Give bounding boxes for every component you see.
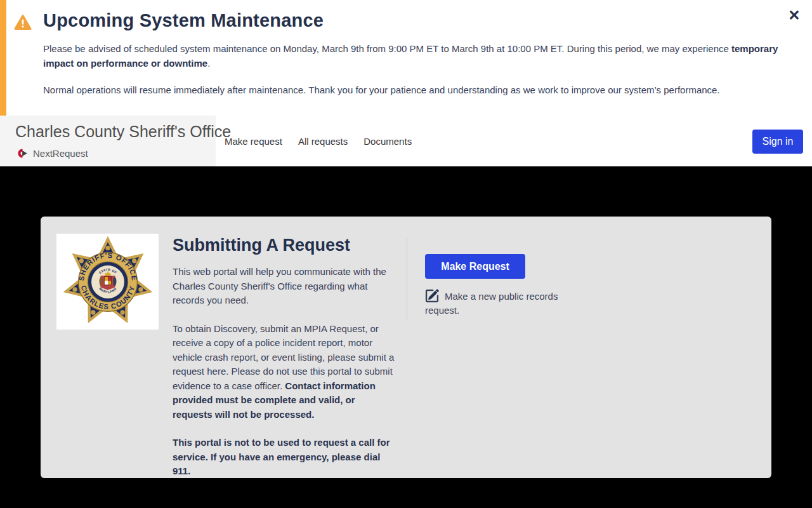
sign-in-button[interactable]: Sign in bbox=[752, 130, 803, 154]
make-request-note: Make a new public records request. bbox=[425, 289, 563, 318]
banner-title: Upcoming System Maintenance bbox=[43, 10, 324, 31]
brand-row: NextRequest bbox=[16, 148, 88, 159]
site-header: Charles County Sheriff's Office NextRequ… bbox=[0, 116, 812, 166]
maintenance-banner: Upcoming System Maintenance ✕ Please be … bbox=[0, 0, 812, 116]
card-heading: Submitting A Request bbox=[173, 236, 396, 255]
nav-make-request[interactable]: Make request bbox=[225, 136, 282, 147]
banner-accent-bar bbox=[0, 0, 6, 116]
make-request-note-text: Make a new public records request. bbox=[425, 291, 558, 316]
banner-paragraph-2: Normal operations will resume immediatel… bbox=[43, 83, 793, 97]
card-action-column: Make Request Make a new public records r… bbox=[425, 254, 563, 327]
home-link[interactable]: Charles County Sheriff's Office NextRequ… bbox=[0, 116, 216, 166]
nav-documents[interactable]: Documents bbox=[363, 136, 412, 147]
card-paragraph-1: This web portal will help you communicat… bbox=[173, 265, 396, 308]
card-paragraph-3: This portal is not to be used to request… bbox=[173, 436, 396, 479]
card-text-column: Submitting A Request This web portal wil… bbox=[173, 236, 396, 479]
submitting-request-card: SHERIFF'S OFFICE CHARLES COUNTY STATE OF… bbox=[41, 217, 771, 478]
warning-triangle-icon bbox=[14, 15, 32, 30]
card-paragraph-2: To obtain Discovery, submit an MPIA Requ… bbox=[173, 322, 396, 422]
nav-all-requests[interactable]: All requests bbox=[298, 136, 348, 147]
banner-paragraph-1: Please be advised of scheduled system ma… bbox=[43, 41, 793, 70]
civicplus-cp-icon bbox=[16, 149, 29, 158]
brand-name: NextRequest bbox=[33, 148, 88, 159]
close-icon[interactable]: ✕ bbox=[784, 5, 804, 25]
sheriff-badge-image: SHERIFF'S OFFICE CHARLES COUNTY STATE OF… bbox=[56, 234, 159, 330]
vertical-divider bbox=[407, 238, 407, 321]
pencil-square-icon bbox=[425, 289, 439, 303]
main-nav: Make request All requests Documents bbox=[225, 116, 412, 166]
banner-p1-end: . bbox=[207, 58, 210, 69]
org-name: Charles County Sheriff's Office bbox=[15, 123, 231, 141]
banner-p1-text: Please be advised of scheduled system ma… bbox=[43, 43, 731, 54]
make-request-button[interactable]: Make Request bbox=[425, 254, 525, 279]
page-background: SHERIFF'S OFFICE CHARLES COUNTY STATE OF… bbox=[0, 166, 812, 508]
